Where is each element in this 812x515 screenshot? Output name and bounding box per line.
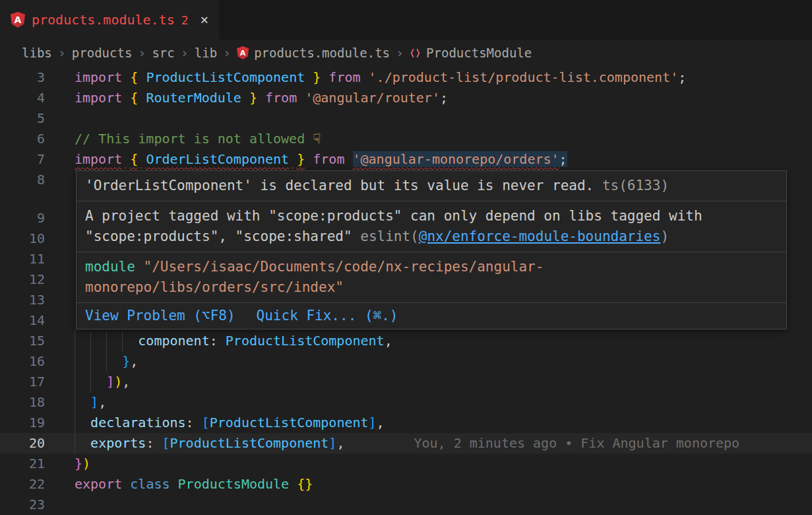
- line-number: 15: [0, 331, 45, 351]
- code-token: [122, 476, 130, 492]
- code-line[interactable]: 22export class ProductsModule {}: [0, 474, 812, 495]
- angular-icon-letter: A: [240, 50, 246, 57]
- code-content: }): [75, 454, 812, 474]
- breadcrumb-item-src[interactable]: src: [152, 46, 174, 60]
- code-token: declarations: [90, 415, 186, 430]
- diagnostic-ts-message: 'OrderListComponent' is declared but its…: [77, 171, 786, 201]
- chevron-right-icon: ›: [181, 45, 189, 61]
- indent-guide: [90, 331, 91, 351]
- tab-problem-count: 2: [181, 13, 189, 27]
- code-token: [289, 476, 297, 492]
- breadcrumb-item-lib[interactable]: lib: [195, 46, 217, 60]
- code-token: RouterModule: [146, 90, 241, 106]
- line-number: 9: [0, 208, 45, 228]
- eslint-rule-link[interactable]: @nx/enforce-module-boundaries: [419, 228, 661, 244]
- code-token: ]: [90, 394, 98, 410]
- code-token: ,: [98, 394, 106, 410]
- line-number: 5: [0, 108, 45, 129]
- code-token: :: [186, 415, 202, 430]
- chevron-right-icon: ›: [396, 45, 404, 61]
- code-content: ],: [75, 392, 812, 413]
- close-icon[interactable]: ×: [201, 12, 209, 28]
- code-content: },: [75, 351, 812, 372]
- code-token: ,: [336, 435, 344, 451]
- editor[interactable]: 3import { ProductListComponent } from '.…: [0, 66, 812, 515]
- code-line[interactable]: 17 ]),: [0, 372, 812, 392]
- code-token: [170, 476, 178, 492]
- code-content: import { ProductListComponent } from './…: [75, 67, 812, 88]
- code-line[interactable]: 21}): [0, 454, 812, 474]
- code-line[interactable]: 7import { OrderListComponent } from '@an…: [0, 149, 812, 170]
- chevron-right-icon: ›: [138, 45, 146, 61]
- code-line[interactable]: 23: [0, 495, 812, 515]
- code-token: ProductListComponent: [170, 435, 329, 451]
- code-line[interactable]: 3import { ProductListComponent } from '.…: [0, 67, 812, 88]
- indent-guide: [75, 351, 75, 372]
- line-number: 23: [0, 495, 45, 515]
- tab-title: products.module.ts: [32, 12, 175, 28]
- code-token: exports: [90, 435, 146, 451]
- hover-module-info: module "/Users/isaac/Documents/code/nx-r…: [77, 252, 786, 302]
- indent-guide: [75, 331, 75, 351]
- code-token: ,: [122, 374, 130, 390]
- code-line[interactable]: 16 },: [0, 351, 812, 372]
- tab-bar: A products.module.ts 2 ×: [0, 0, 812, 40]
- code-token: ProductListComponent: [146, 69, 305, 85]
- indent-guide: [75, 392, 75, 413]
- code-token: ,: [130, 353, 138, 369]
- code-content: // This import is not allowed ☟: [75, 129, 812, 149]
- tab-products-module[interactable]: A products.module.ts 2 ×: [0, 0, 219, 40]
- code-content: export class ProductsModule {}: [75, 474, 812, 495]
- indent-guide: [75, 433, 75, 454]
- eslint-source-close: ): [660, 228, 669, 244]
- code-token: ,: [385, 333, 392, 349]
- code-token: }: [75, 456, 82, 471]
- indent-guide: [90, 372, 91, 392]
- code-line[interactable]: 18 ],: [0, 392, 812, 413]
- code-token: // This import is not allowed: [75, 131, 313, 147]
- code-token: export: [75, 476, 122, 492]
- indent-guide: [122, 331, 123, 351]
- line-number: 7: [0, 149, 45, 170]
- indent-guide: [75, 372, 75, 392]
- code-line[interactable]: 15 component: ProductListComponent,: [0, 331, 812, 351]
- code-token: [122, 151, 130, 167]
- code-token: {: [130, 69, 138, 85]
- code-line[interactable]: 5: [0, 108, 812, 129]
- code-token: [305, 151, 313, 167]
- code-token: ;: [678, 69, 686, 85]
- code-token: [75, 394, 90, 410]
- breadcrumb-file-label: products.module.ts: [254, 46, 390, 60]
- code-token: [122, 69, 130, 85]
- code-content: import { OrderListComponent } from '@ang…: [75, 149, 812, 170]
- line-number: 21: [0, 454, 45, 474]
- line-number: 3: [0, 67, 45, 88]
- line-number: 19: [0, 413, 45, 433]
- code-line[interactable]: 19 declarations: [ProductListComponent],: [0, 413, 812, 433]
- line-number: 10: [0, 228, 45, 249]
- code-content: [75, 108, 812, 129]
- code-line[interactable]: 20 exports: [ProductListComponent],You, …: [0, 433, 812, 454]
- code-token: [: [202, 415, 210, 430]
- line-number: 14: [0, 310, 45, 331]
- code-token: [321, 69, 328, 85]
- view-problem-action[interactable]: View Problem (⌥F8): [85, 306, 235, 326]
- code-token: {}: [297, 476, 313, 492]
- breadcrumb-item-file[interactable]: A products.module.ts: [237, 46, 390, 60]
- ts-error-code: ts(6133): [602, 178, 669, 193]
- code-line[interactable]: 4import { RouterModule } from '@angular/…: [0, 88, 812, 108]
- code-content: exports: [ProductListComponent],You, 2 m…: [75, 433, 812, 454]
- code-token: [138, 69, 146, 85]
- breadcrumb-item-libs[interactable]: libs: [22, 46, 52, 60]
- code-token: [241, 90, 249, 106]
- line-number: 8: [0, 170, 45, 190]
- breadcrumb-item-symbol[interactable]: ProductsModule: [410, 46, 532, 60]
- code-content: declarations: [ProductListComponent],: [75, 413, 812, 433]
- code-token: '@angular-monorepo/orders': [353, 151, 559, 167]
- quick-fix-action[interactable]: Quick Fix... (⌘.): [257, 306, 398, 326]
- code-token: ProductListComponent: [210, 415, 369, 430]
- breadcrumb-item-products[interactable]: products: [72, 46, 133, 60]
- code-token: import: [75, 90, 122, 106]
- diagnostic-eslint-message: A project tagged with "scope:products" c…: [77, 201, 786, 252]
- code-line[interactable]: 6// This import is not allowed ☟: [0, 129, 812, 149]
